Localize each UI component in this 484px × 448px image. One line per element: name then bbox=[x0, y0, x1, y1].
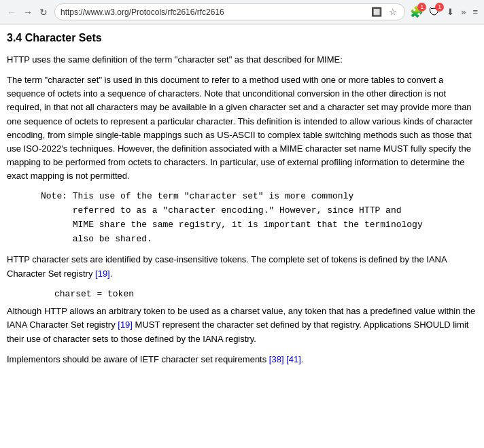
para3-text-2: . bbox=[110, 269, 113, 279]
ref-19-link-2[interactable]: [19] bbox=[118, 320, 133, 330]
extension-2[interactable]: 🛡 1 bbox=[427, 5, 442, 20]
paragraph-3: HTTP character sets are identified by ca… bbox=[7, 253, 477, 280]
ext2-badge: 1 bbox=[435, 3, 444, 12]
more-icon[interactable]: » bbox=[459, 5, 468, 18]
browser-toolbar: ← → ↻ https://www.w3.org/Protocols/rfc26… bbox=[0, 0, 484, 24]
menu-icon[interactable]: ≡ bbox=[470, 5, 480, 18]
refresh-button[interactable]: ↻ bbox=[37, 5, 50, 19]
code-charset: charset = token bbox=[54, 288, 477, 301]
address-bar[interactable]: https://www.w3.org/Protocols/rfc2616/rfc… bbox=[54, 3, 405, 20]
para3-text-1: HTTP character sets are identified by ca… bbox=[7, 254, 447, 278]
paragraph-5: Implementors should be aware of IETF cha… bbox=[7, 353, 477, 366]
page-info-icon[interactable]: 🔲 bbox=[369, 5, 384, 18]
ref-38-link[interactable]: [38] bbox=[269, 354, 284, 364]
download-icon[interactable]: ⬇ bbox=[445, 5, 456, 18]
para5-text-2: . bbox=[301, 354, 304, 364]
section-heading: 3.4 Character Sets bbox=[7, 30, 477, 46]
nav-buttons: ← → ↻ bbox=[4, 5, 50, 19]
url-text: https://www.w3.org/Protocols/rfc2616/rfc… bbox=[60, 7, 366, 17]
ext1-badge: 1 bbox=[417, 3, 426, 12]
paragraph-4: Although HTTP allows an arbitrary token … bbox=[7, 305, 477, 345]
extension-icons: 🧩 1 🛡 1 ⬇ » ≡ bbox=[409, 5, 480, 20]
forward-button[interactable]: → bbox=[20, 5, 35, 19]
note-text: Note: This use of the term "character se… bbox=[41, 191, 423, 243]
ref-41-link[interactable]: [41] bbox=[286, 354, 301, 364]
page-content: 3.4 Character Sets HTTP uses the same de… bbox=[0, 24, 484, 379]
ref-19-link-1[interactable]: [19] bbox=[95, 269, 110, 279]
back-button[interactable]: ← bbox=[4, 5, 19, 19]
note-block: Note: This use of the term "character se… bbox=[41, 190, 477, 246]
paragraph-2: The term "character set" is used in this… bbox=[7, 73, 477, 183]
bookmark-icon[interactable]: ☆ bbox=[387, 5, 399, 18]
paragraph-1: HTTP uses the same definition of the ter… bbox=[7, 53, 477, 67]
extension-1[interactable]: 🧩 1 bbox=[409, 5, 424, 20]
para5-text-1: Implementors should be aware of IETF cha… bbox=[7, 354, 269, 364]
